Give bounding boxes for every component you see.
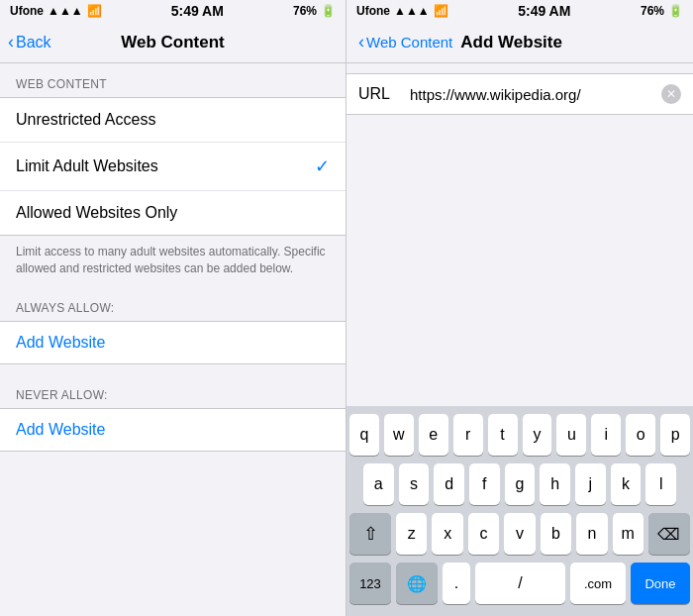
right-status-left: Ufone ▲▲▲ 📶 <box>356 4 448 18</box>
key-o[interactable]: o <box>626 414 655 456</box>
web-content-section-header: WEB CONTENT <box>0 63 346 97</box>
always-allow-header: ALWAYS ALLOW: <box>0 287 346 321</box>
right-nav-title: Add Website <box>460 33 562 52</box>
key-x[interactable]: x <box>432 513 462 555</box>
key-j[interactable]: j <box>575 463 606 505</box>
key-y[interactable]: y <box>523 414 552 456</box>
key-h[interactable]: h <box>540 463 570 505</box>
left-battery: 76% <box>293 4 317 18</box>
left-status-right: 76% 🔋 <box>293 4 336 18</box>
key-dotcom[interactable]: .com <box>570 563 626 604</box>
key-k[interactable]: k <box>611 463 642 505</box>
left-nav-title: Web Content <box>121 33 225 52</box>
right-panel: Ufone ▲▲▲ 📶 5:49 AM 76% 🔋 ‹ Web Content … <box>346 0 693 616</box>
right-chevron-icon: ‹ <box>358 32 364 52</box>
right-nav-bar: ‹ Web Content Add Website <box>346 22 693 63</box>
keyboard-row-3: ⇧ z x c v b n m ⌫ <box>349 513 690 555</box>
url-input[interactable] <box>410 86 649 103</box>
right-time: 5:49 AM <box>518 3 570 19</box>
left-chevron-icon: ‹ <box>8 32 14 52</box>
right-content-area <box>346 115 693 406</box>
key-123[interactable]: 123 <box>349 563 391 604</box>
key-i[interactable]: i <box>591 414 621 456</box>
left-back-label[interactable]: Back <box>16 34 51 51</box>
key-c[interactable]: c <box>468 513 499 555</box>
key-l[interactable]: l <box>645 463 676 505</box>
left-wifi-icon: 📶 <box>87 4 102 18</box>
allowed-websites-item[interactable]: Allowed Websites Only <box>0 191 346 235</box>
right-battery-icon: 🔋 <box>668 4 683 18</box>
key-r[interactable]: r <box>453 414 483 456</box>
right-signal-icon: ▲▲▲ <box>394 4 430 18</box>
unrestricted-access-label: Unrestricted Access <box>16 111 155 129</box>
key-t[interactable]: t <box>488 414 518 456</box>
key-slash[interactable]: / <box>475 563 565 604</box>
right-status-bar: Ufone ▲▲▲ 📶 5:49 AM 76% 🔋 <box>346 0 693 22</box>
key-globe[interactable]: 🌐 <box>396 563 438 604</box>
key-w[interactable]: w <box>384 414 414 456</box>
left-panel: Ufone ▲▲▲ 📶 5:49 AM 76% 🔋 ‹ Back Web Con… <box>0 0 346 616</box>
keyboard-row-2: a s d f g h j k l <box>349 463 690 505</box>
right-carrier: Ufone <box>356 4 390 18</box>
always-allow-add[interactable]: Add Website <box>0 321 346 364</box>
limit-adult-item[interactable]: Limit Adult Websites ✓ <box>0 143 346 191</box>
never-allow-add[interactable]: Add Website <box>0 408 346 452</box>
key-z[interactable]: z <box>396 513 427 555</box>
key-q[interactable]: q <box>349 414 379 456</box>
left-time: 5:49 AM <box>171 3 224 19</box>
key-shift[interactable]: ⇧ <box>349 513 391 555</box>
never-allow-header: NEVER ALLOW: <box>0 374 346 408</box>
right-back-label[interactable]: Web Content <box>366 34 452 51</box>
key-v[interactable]: v <box>504 513 535 555</box>
left-nav-bar: ‹ Back Web Content <box>0 22 346 63</box>
url-clear-button[interactable]: ✕ <box>661 84 681 104</box>
url-row: URL ✕ <box>346 73 693 115</box>
key-m[interactable]: m <box>613 513 644 555</box>
unrestricted-access-item[interactable]: Unrestricted Access <box>0 98 346 143</box>
key-u[interactable]: u <box>556 414 586 456</box>
keyboard: q w e r t y u i o p a s d f g h j k l ⇧ … <box>346 406 693 616</box>
never-allow-add-label: Add Website <box>16 421 105 438</box>
left-status-left: Ufone ▲▲▲ 📶 <box>10 4 102 18</box>
key-f[interactable]: f <box>469 463 500 505</box>
left-battery-icon: 🔋 <box>321 4 336 18</box>
key-a[interactable]: a <box>363 463 394 505</box>
key-b[interactable]: b <box>541 513 571 555</box>
always-allow-add-label: Add Website <box>16 334 105 351</box>
limit-adult-label: Limit Adult Websites <box>16 157 158 175</box>
url-label: URL <box>358 85 398 103</box>
right-wifi-icon: 📶 <box>434 4 448 18</box>
keyboard-row-1: q w e r t y u i o p <box>349 414 690 456</box>
right-battery: 76% <box>641 4 664 18</box>
keyboard-row-4: 123 🌐 . / .com Done <box>349 563 690 604</box>
key-e[interactable]: e <box>419 414 448 456</box>
key-p[interactable]: p <box>660 414 690 456</box>
key-d[interactable]: d <box>434 463 464 505</box>
content-description: Limit access to many adult websites auto… <box>0 236 346 287</box>
left-back-button[interactable]: ‹ Back <box>8 32 51 52</box>
key-period[interactable]: . <box>443 563 470 604</box>
left-carrier: Ufone <box>10 4 44 18</box>
key-g[interactable]: g <box>505 463 536 505</box>
left-status-bar: Ufone ▲▲▲ 📶 5:49 AM 76% 🔋 <box>0 0 346 22</box>
left-signal-icon: ▲▲▲ <box>48 4 83 18</box>
right-back-button[interactable]: ‹ Web Content <box>358 32 452 52</box>
allowed-websites-label: Allowed Websites Only <box>16 204 177 222</box>
key-done[interactable]: Done <box>631 563 690 604</box>
key-n[interactable]: n <box>576 513 607 555</box>
key-delete[interactable]: ⌫ <box>648 513 690 555</box>
limit-adult-checkmark: ✓ <box>315 155 330 177</box>
content-type-list: Unrestricted Access Limit Adult Websites… <box>0 97 346 236</box>
key-s[interactable]: s <box>399 463 430 505</box>
right-status-right: 76% 🔋 <box>641 4 683 18</box>
